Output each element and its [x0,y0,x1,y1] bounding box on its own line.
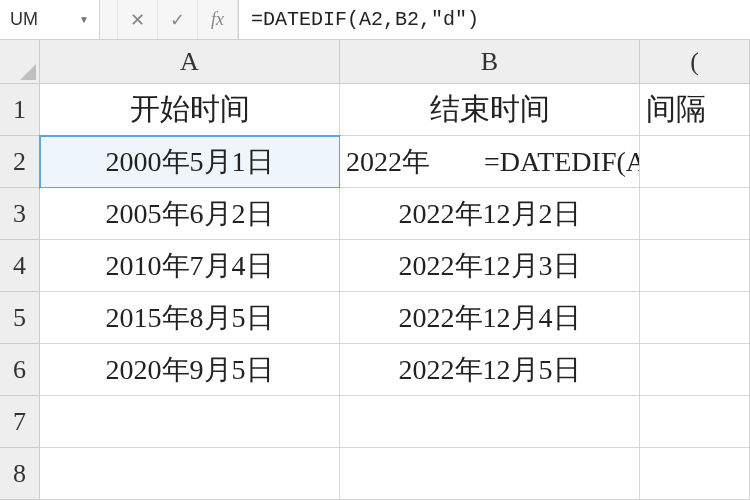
cell-B8[interactable] [340,448,640,500]
col-label: ( [690,47,699,77]
cell-B4[interactable]: 2022年12月3日 [340,240,640,292]
cell-value: 2022年12月5日 [399,351,581,389]
cell-C5[interactable] [640,292,750,344]
cell-C3[interactable] [640,188,750,240]
spreadsheet-grid: A B ( 1 开始时间 结束时间 间隔 2 2000年5月1日 2022年 =… [0,40,750,500]
table-row: 5 2015年8月5日 2022年12月4日 [0,292,750,344]
cell-value: 2015年8月5日 [106,299,274,337]
row-label: 6 [13,355,26,385]
cell-A5[interactable]: 2015年8月5日 [40,292,340,344]
fx-icon: fx [211,9,224,30]
row-label: 5 [13,303,26,333]
row-header-1[interactable]: 1 [0,84,40,136]
formula-bar: UM ▼ ✕ ✓ fx =DATEDIF(A2,B2,"d") [0,0,750,40]
cell-B6[interactable]: 2022年12月5日 [340,344,640,396]
table-row: 7 [0,396,750,448]
cell-B7[interactable] [340,396,640,448]
table-row: 8 [0,448,750,500]
cell-A6[interactable]: 2020年9月5日 [40,344,340,396]
col-header-A[interactable]: A [40,40,340,84]
cell-C6[interactable] [640,344,750,396]
cell-value: 2022年12月4日 [399,299,581,337]
cell-value: 2022年 [346,143,430,181]
cell-C4[interactable] [640,240,750,292]
cancel-formula-button[interactable]: ✕ [118,0,158,39]
cell-value: 间隔 [646,89,706,130]
row-label: 4 [13,251,26,281]
cell-value: 2005年6月2日 [106,195,274,233]
row-label: 8 [13,459,26,489]
cell-B5[interactable]: 2022年12月4日 [340,292,640,344]
cell-C2[interactable] [640,136,750,188]
cell-C1[interactable]: 间隔 [640,84,750,136]
col-header-B[interactable]: B [340,40,640,84]
table-row: 4 2010年7月4日 2022年12月3日 [0,240,750,292]
cell-value: 开始时间 [130,89,250,130]
row-header-8[interactable]: 8 [0,448,40,500]
cell-A2[interactable]: 2000年5月1日 [40,136,340,188]
row-header-5[interactable]: 5 [0,292,40,344]
row-label: 2 [13,147,26,177]
cell-value: 2022年12月3日 [399,247,581,285]
cancel-icon: ✕ [130,9,145,31]
table-row: 1 开始时间 结束时间 间隔 [0,84,750,136]
cell-A7[interactable] [40,396,340,448]
select-all-corner[interactable] [0,40,40,84]
cell-value: 结束时间 [430,89,550,130]
row-header-3[interactable]: 3 [0,188,40,240]
cell-B2[interactable]: 2022年 =DATEDIF(A [340,136,640,188]
name-box-value: UM [10,9,38,30]
enter-formula-button[interactable]: ✓ [158,0,198,39]
formula-input[interactable]: =DATEDIF(A2,B2,"d") [238,0,750,39]
cell-C8[interactable] [640,448,750,500]
row-header-4[interactable]: 4 [0,240,40,292]
excel-window: UM ▼ ✕ ✓ fx =DATEDIF(A2,B2,"d") A B ( 1 … [0,0,750,500]
row-label: 7 [13,407,26,437]
cell-value: 2020年9月5日 [106,351,274,389]
col-label: B [481,47,498,77]
row-label: 1 [13,95,26,125]
cell-value: 2000年5月1日 [106,143,274,181]
row-label: 3 [13,199,26,229]
formula-text: =DATEDIF(A2,B2,"d") [251,8,479,31]
table-row: 2 2000年5月1日 2022年 =DATEDIF(A [0,136,750,188]
cell-value: 2022年12月2日 [399,195,581,233]
cell-value: 2010年7月4日 [106,247,274,285]
name-box-dropdown-icon[interactable]: ▼ [79,14,89,25]
row-header-2[interactable]: 2 [0,136,40,188]
name-box[interactable]: UM ▼ [0,0,100,39]
col-label: A [180,47,199,77]
formula-bar-gap [100,0,118,39]
cell-C7[interactable] [640,396,750,448]
col-header-C[interactable]: ( [640,40,750,84]
cell-A3[interactable]: 2005年6月2日 [40,188,340,240]
cell-A8[interactable] [40,448,340,500]
table-row: 6 2020年9月5日 2022年12月5日 [0,344,750,396]
column-headers: A B ( [0,40,750,84]
insert-function-button[interactable]: fx [198,0,238,39]
cell-A4[interactable]: 2010年7月4日 [40,240,340,292]
row-header-6[interactable]: 6 [0,344,40,396]
cell-B3[interactable]: 2022年12月2日 [340,188,640,240]
formula-spill-text: =DATEDIF(A [480,136,640,187]
cell-A1[interactable]: 开始时间 [40,84,340,136]
cell-B1[interactable]: 结束时间 [340,84,640,136]
check-icon: ✓ [170,9,185,31]
table-row: 3 2005年6月2日 2022年12月2日 [0,188,750,240]
row-header-7[interactable]: 7 [0,396,40,448]
